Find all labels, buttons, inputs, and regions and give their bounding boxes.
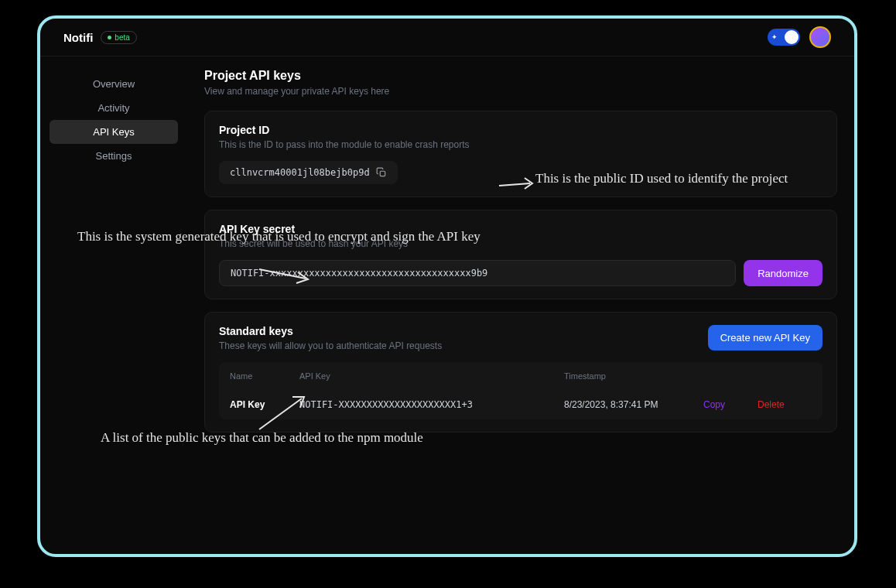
main: Project API keys View and manage your pr… xyxy=(187,56,854,553)
brand-name: Notifi xyxy=(63,31,93,44)
beta-label: beta xyxy=(115,33,129,42)
project-id-value-pill: cllnvcrm40001jl08bejb0p9d xyxy=(219,161,398,184)
col-apikey: API Key xyxy=(299,371,564,381)
content: Overview Activity API Keys Settings Proj… xyxy=(40,56,854,553)
create-api-key-button[interactable]: Create new API Key xyxy=(708,325,822,350)
sidebar-item-overview[interactable]: Overview xyxy=(50,72,178,96)
api-secret-subtitle: This secret will be used to hash your AP… xyxy=(219,238,822,249)
sidebar-item-api-keys[interactable]: API Keys xyxy=(50,120,178,144)
project-id-card: Project ID This is the ID to pass into t… xyxy=(204,111,837,197)
standard-keys-title: Standard keys xyxy=(219,325,442,337)
beta-badge: beta xyxy=(101,31,136,44)
header-right: ✦ xyxy=(768,26,831,48)
col-timestamp: Timestamp xyxy=(564,371,703,381)
project-id-title: Project ID xyxy=(219,124,822,136)
sidebar-item-activity[interactable]: Activity xyxy=(50,96,178,120)
api-secret-card: API Key secret This secret will be used … xyxy=(204,210,837,299)
table-row: API Key NOTIFI-XXXXXXXXXXXXXXXXXXXXX1+3 … xyxy=(219,390,822,419)
theme-toggle[interactable]: ✦ xyxy=(768,29,800,46)
api-secret-input[interactable] xyxy=(219,260,736,286)
project-id-subtitle: This is the ID to pass into the module t… xyxy=(219,139,822,150)
toggle-knob xyxy=(785,30,799,44)
app-frame: Notifi beta ✦ Overview Activity API Ke xyxy=(37,15,857,557)
star-icon: ✦ xyxy=(771,33,778,41)
sidebar-item-settings[interactable]: Settings xyxy=(50,144,178,168)
table-header: Name API Key Timestamp xyxy=(219,362,822,390)
header: Notifi beta ✦ xyxy=(40,19,854,56)
sidebar-item-label: Activity xyxy=(97,102,129,114)
copy-icon[interactable] xyxy=(376,167,387,178)
header-left: Notifi beta xyxy=(63,31,137,44)
standard-keys-header: Standard keys These keys will allow you … xyxy=(219,325,822,351)
copy-key-action[interactable]: Copy xyxy=(703,399,757,410)
delete-key-action[interactable]: Delete xyxy=(757,399,812,410)
row-key-value: NOTIFI-XXXXXXXXXXXXXXXXXXXXX1+3 xyxy=(299,399,564,410)
row-name: API Key xyxy=(230,399,299,410)
standard-keys-subtitle: These keys will allow you to authenticat… xyxy=(219,340,442,351)
project-id-value: cllnvcrm40001jl08bejb0p9d xyxy=(230,167,370,178)
status-dot-icon xyxy=(108,36,111,39)
row-timestamp: 8/23/2023, 8:37:41 PM xyxy=(564,399,703,410)
randomize-button[interactable]: Randomize xyxy=(744,260,822,286)
sidebar-item-label: Overview xyxy=(93,78,135,90)
api-secret-title: API Key secret xyxy=(219,223,822,235)
sidebar: Overview Activity API Keys Settings xyxy=(40,56,187,553)
page-title: Project API keys xyxy=(204,69,837,83)
keys-table: Name API Key Timestamp API Key NOTIFI-XX… xyxy=(219,362,822,419)
sidebar-item-label: API Keys xyxy=(93,126,134,138)
standard-keys-card: Standard keys These keys will allow you … xyxy=(204,312,837,432)
page-subtitle: View and manage your private API keys he… xyxy=(204,86,837,97)
col-name: Name xyxy=(230,371,299,381)
sidebar-item-label: Settings xyxy=(96,150,132,162)
avatar[interactable] xyxy=(809,26,831,48)
secret-row: Randomize xyxy=(219,260,822,286)
svg-rect-0 xyxy=(380,171,385,176)
